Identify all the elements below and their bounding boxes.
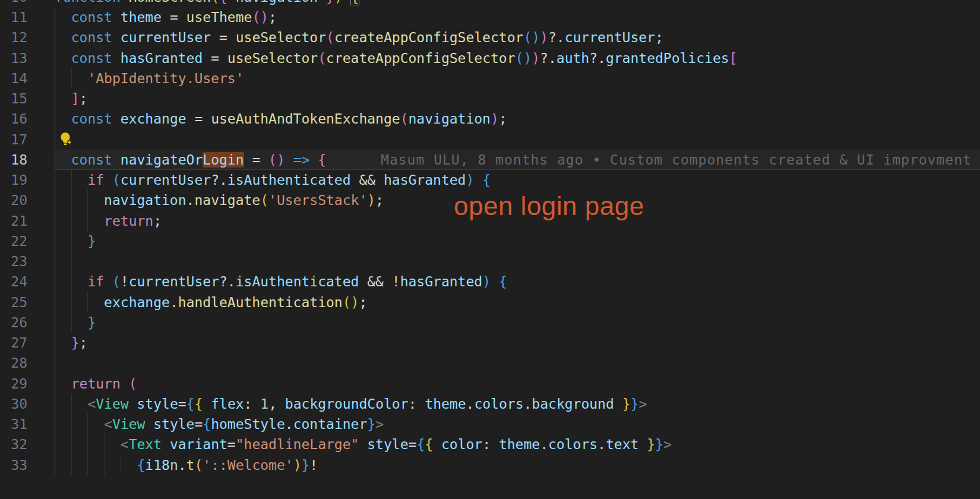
code-token: = xyxy=(227,437,236,452)
code-token xyxy=(285,152,293,168)
code-token: exchange xyxy=(121,111,186,127)
code-token: useTheme xyxy=(186,10,252,25)
code-line-content[interactable] xyxy=(55,130,980,150)
code-token: < xyxy=(121,437,129,452)
code-line-content[interactable]: return ( xyxy=(55,374,980,394)
code-line-content[interactable]: <View style={homeStyle.container}> xyxy=(55,414,980,434)
line-number[interactable]: 22 xyxy=(0,231,27,251)
line-number[interactable]: 20 xyxy=(0,190,27,210)
line-number[interactable]: 32 xyxy=(0,434,27,454)
line-number[interactable]: 23 xyxy=(0,251,27,271)
code-line[interactable]: 26 } xyxy=(0,312,980,333)
line-number[interactable]: 18 xyxy=(0,150,27,170)
code-line-content[interactable]: const currentUser = useSelector(createAp… xyxy=(55,27,980,48)
gutter: 26 xyxy=(0,312,55,333)
code-line[interactable]: 23 xyxy=(0,251,980,271)
code-line-content[interactable]: <Text variant="headlineLarge" style={{ c… xyxy=(55,434,980,454)
code-token: , xyxy=(268,396,285,412)
code-line-content[interactable]: <View style={{ flex: 1, backgroundColor:… xyxy=(55,394,980,414)
annotation-open-login-page: open login page xyxy=(454,191,644,221)
line-number[interactable]: 12 xyxy=(0,27,27,48)
code-token xyxy=(55,396,87,412)
code-token: : xyxy=(482,437,499,452)
code-token: HomeScreen xyxy=(129,0,211,5)
line-number[interactable]: 19 xyxy=(0,170,27,190)
code-line-content[interactable]: if (currentUser?.isAuthenticated && hasG… xyxy=(55,170,980,190)
code-line-content[interactable]: } xyxy=(55,312,980,333)
code-editor[interactable]: 10function HomeScreen({ navigation }) {1… xyxy=(0,0,980,499)
code-line[interactable]: 33 {i18n.t('::Welcome')}! xyxy=(0,455,980,475)
code-token: if xyxy=(87,172,104,188)
code-line[interactable]: 32 <Text variant="headlineLarge" style={… xyxy=(0,434,980,454)
line-number[interactable]: 13 xyxy=(0,48,27,68)
code-token: } xyxy=(71,335,80,350)
line-number[interactable]: 24 xyxy=(0,271,27,292)
code-line[interactable]: 19 if (currentUser?.isAuthenticated && h… xyxy=(0,170,980,190)
code-line[interactable]: 29 return ( xyxy=(0,374,980,394)
line-number[interactable]: 17 xyxy=(0,130,27,150)
code-line-content[interactable]: } xyxy=(55,231,980,251)
line-number[interactable]: 28 xyxy=(0,353,27,373)
code-token: () xyxy=(268,152,285,168)
code-line-content[interactable] xyxy=(55,251,980,271)
code-token: ; xyxy=(499,111,507,127)
code-token: navigation xyxy=(409,111,491,127)
code-line[interactable]: 16 const exchange = useAuthAndTokenExcha… xyxy=(0,109,980,129)
code-token: const xyxy=(71,30,112,45)
code-line-content[interactable]: exchange.handleAuthentication(); xyxy=(55,292,980,312)
code-line-content[interactable]: {i18n.t('::Welcome')}! xyxy=(55,455,980,475)
line-number[interactable]: 16 xyxy=(0,109,27,129)
code-token: const xyxy=(71,152,112,168)
code-token: ! xyxy=(121,274,129,289)
code-line-content[interactable]: const exchange = useAuthAndTokenExchange… xyxy=(55,109,980,129)
line-number[interactable]: 33 xyxy=(0,455,27,475)
code-line[interactable]: 11 const theme = useTheme(); xyxy=(0,7,980,27)
code-line-content[interactable]: const navigateOrLogin = () => {Masum ULU… xyxy=(55,150,980,170)
lightbulb-sparkle-icon[interactable] xyxy=(58,131,74,147)
code-line-content[interactable]: 'AbpIdentity.Users' xyxy=(55,68,980,89)
code-line[interactable]: 12 const currentUser = useSelector(creat… xyxy=(0,27,980,48)
code-token: backgroundColor xyxy=(285,396,409,412)
code-line[interactable]: 28 xyxy=(0,353,980,373)
code-line-content[interactable]: function HomeScreen({ navigation }) { xyxy=(55,0,980,7)
code-line[interactable]: 22 } xyxy=(0,231,980,251)
code-line[interactable]: 24 if (!currentUser?.isAuthenticated && … xyxy=(0,271,980,292)
code-token: ?. xyxy=(540,50,557,66)
line-number[interactable]: 27 xyxy=(0,333,27,353)
code-token: () xyxy=(343,295,359,310)
code-token xyxy=(55,10,71,25)
gutter: 12 xyxy=(0,27,55,48)
code-line[interactable]: 17 xyxy=(0,130,980,150)
code-line[interactable]: 31 <View style={homeStyle.container}> xyxy=(0,414,980,434)
code-line[interactable]: 18 const navigateOrLogin = () => {Masum … xyxy=(0,150,980,170)
code-token: return xyxy=(71,376,121,391)
code-token: } xyxy=(302,457,310,473)
code-line-content[interactable]: ]; xyxy=(55,89,980,109)
code-line[interactable]: 25 exchange.handleAuthentication(); xyxy=(0,292,980,312)
code-line[interactable]: 30 <View style={{ flex: 1, backgroundCol… xyxy=(0,394,980,414)
code-token: = xyxy=(211,30,236,45)
line-number[interactable]: 15 xyxy=(0,89,27,109)
line-number[interactable]: 26 xyxy=(0,312,27,333)
code-line-content[interactable] xyxy=(55,353,980,373)
line-number[interactable]: 11 xyxy=(0,7,27,27)
code-line[interactable]: 13 const hasGranted = useSelector(create… xyxy=(0,48,980,68)
line-number[interactable]: 10 xyxy=(0,0,27,7)
code-line-content[interactable]: const hasGranted = useSelector(createApp… xyxy=(55,48,980,68)
code-token: ) xyxy=(491,111,499,127)
code-line-content[interactable]: const theme = useTheme(); xyxy=(55,7,980,27)
code-token: 'AbpIdentity.Users' xyxy=(87,71,244,86)
line-number[interactable]: 29 xyxy=(0,374,27,394)
code-line[interactable]: 14 'AbpIdentity.Users' xyxy=(0,68,980,89)
line-number[interactable]: 25 xyxy=(0,292,27,312)
code-token: => xyxy=(293,152,310,168)
code-line[interactable]: 10function HomeScreen({ navigation }) { xyxy=(0,0,980,7)
line-number[interactable]: 31 xyxy=(0,414,27,434)
line-number[interactable]: 30 xyxy=(0,394,27,414)
line-number[interactable]: 21 xyxy=(0,211,27,231)
line-number[interactable]: 14 xyxy=(0,68,27,89)
code-line-content[interactable]: }; xyxy=(55,333,980,353)
code-line[interactable]: 27 }; xyxy=(0,333,980,353)
code-line[interactable]: 15 ]; xyxy=(0,89,980,109)
code-line-content[interactable]: if (!currentUser?.isAuthenticated && !ha… xyxy=(55,271,980,292)
